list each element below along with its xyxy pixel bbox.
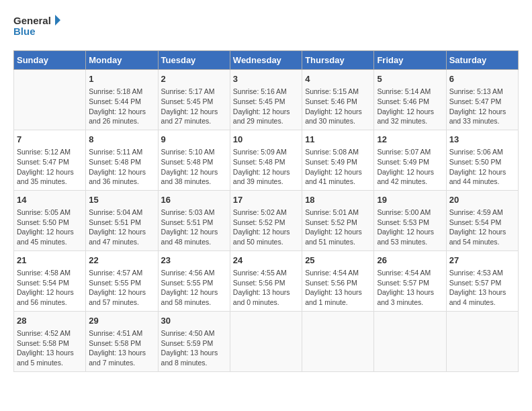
- day-number: 9: [161, 134, 227, 146]
- day-number: 24: [233, 255, 299, 267]
- day-info: Sunrise: 4:54 AM Sunset: 5:57 PM Dayligh…: [377, 268, 443, 308]
- day-info: Sunrise: 5:14 AM Sunset: 5:46 PM Dayligh…: [377, 87, 443, 126]
- logo: General Blue: [13, 13, 60, 44]
- day-cell: [446, 311, 518, 371]
- day-info: Sunrise: 5:08 AM Sunset: 5:49 PM Dayligh…: [305, 147, 371, 187]
- day-number: 30: [161, 315, 227, 327]
- day-info: Sunrise: 5:00 AM Sunset: 5:53 PM Dayligh…: [377, 208, 443, 247]
- day-cell: 26Sunrise: 4:54 AM Sunset: 5:57 PM Dayli…: [374, 250, 446, 311]
- day-cell: 10Sunrise: 5:09 AM Sunset: 5:48 PM Dayli…: [230, 130, 302, 190]
- day-info: Sunrise: 4:56 AM Sunset: 5:55 PM Dayligh…: [161, 268, 227, 308]
- day-info: Sunrise: 5:18 AM Sunset: 5:44 PM Dayligh…: [89, 87, 154, 126]
- day-cell: 1Sunrise: 5:18 AM Sunset: 5:44 PM Daylig…: [86, 70, 158, 130]
- column-header-sunday: Sunday: [14, 51, 86, 70]
- day-cell: 8Sunrise: 5:11 AM Sunset: 5:48 PM Daylig…: [86, 130, 158, 190]
- day-number: 14: [17, 194, 83, 206]
- day-cell: 14Sunrise: 5:05 AM Sunset: 5:50 PM Dayli…: [14, 190, 86, 250]
- day-cell: 2Sunrise: 5:17 AM Sunset: 5:45 PM Daylig…: [158, 70, 230, 130]
- day-cell: 24Sunrise: 4:55 AM Sunset: 5:56 PM Dayli…: [230, 250, 302, 311]
- day-cell: 28Sunrise: 4:52 AM Sunset: 5:58 PM Dayli…: [14, 311, 86, 371]
- column-header-wednesday: Wednesday: [230, 51, 302, 70]
- day-cell: 21Sunrise: 4:58 AM Sunset: 5:54 PM Dayli…: [14, 250, 86, 311]
- svg-marker-2: [55, 15, 60, 26]
- day-info: Sunrise: 5:13 AM Sunset: 5:47 PM Dayligh…: [449, 87, 515, 126]
- day-cell: [302, 311, 374, 371]
- day-info: Sunrise: 4:51 AM Sunset: 5:58 PM Dayligh…: [89, 328, 154, 368]
- day-info: Sunrise: 4:58 AM Sunset: 5:54 PM Dayligh…: [17, 268, 83, 308]
- calendar-table: SundayMondayTuesdayWednesdayThursdayFrid…: [13, 50, 519, 372]
- day-cell: 16Sunrise: 5:03 AM Sunset: 5:51 PM Dayli…: [158, 190, 230, 250]
- day-info: Sunrise: 5:16 AM Sunset: 5:45 PM Dayligh…: [233, 87, 299, 126]
- day-number: 6: [449, 73, 515, 85]
- day-info: Sunrise: 4:53 AM Sunset: 5:57 PM Dayligh…: [449, 268, 515, 308]
- day-number: 11: [305, 134, 371, 146]
- day-cell: 7Sunrise: 5:12 AM Sunset: 5:47 PM Daylig…: [14, 130, 86, 190]
- day-number: 5: [377, 73, 443, 85]
- week-row-1: 1Sunrise: 5:18 AM Sunset: 5:44 PM Daylig…: [14, 70, 519, 130]
- day-number: 16: [161, 194, 227, 206]
- column-header-friday: Friday: [374, 51, 446, 70]
- day-number: 25: [305, 255, 371, 267]
- day-cell: 13Sunrise: 5:06 AM Sunset: 5:50 PM Dayli…: [446, 130, 518, 190]
- day-info: Sunrise: 4:54 AM Sunset: 5:56 PM Dayligh…: [305, 268, 371, 308]
- day-number: 21: [17, 255, 83, 267]
- day-cell: 4Sunrise: 5:15 AM Sunset: 5:46 PM Daylig…: [302, 70, 374, 130]
- day-number: 19: [377, 194, 443, 206]
- day-number: 10: [233, 134, 299, 146]
- day-number: 13: [449, 134, 515, 146]
- day-number: 7: [17, 134, 83, 146]
- day-info: Sunrise: 4:57 AM Sunset: 5:55 PM Dayligh…: [89, 268, 154, 308]
- day-number: 1: [89, 73, 154, 85]
- day-cell: [230, 311, 302, 371]
- column-headers: SundayMondayTuesdayWednesdayThursdayFrid…: [14, 51, 519, 70]
- day-number: 22: [89, 255, 154, 267]
- column-header-thursday: Thursday: [302, 51, 374, 70]
- column-header-tuesday: Tuesday: [158, 51, 230, 70]
- day-cell: 29Sunrise: 4:51 AM Sunset: 5:58 PM Dayli…: [86, 311, 158, 371]
- day-info: Sunrise: 5:17 AM Sunset: 5:45 PM Dayligh…: [161, 87, 227, 126]
- day-number: 3: [233, 73, 299, 85]
- day-number: 29: [89, 315, 154, 327]
- day-info: Sunrise: 4:55 AM Sunset: 5:56 PM Dayligh…: [233, 268, 299, 308]
- day-info: Sunrise: 4:50 AM Sunset: 5:59 PM Dayligh…: [161, 328, 227, 368]
- day-info: Sunrise: 5:10 AM Sunset: 5:48 PM Dayligh…: [161, 147, 227, 187]
- day-info: Sunrise: 5:07 AM Sunset: 5:49 PM Dayligh…: [377, 147, 443, 187]
- week-row-3: 14Sunrise: 5:05 AM Sunset: 5:50 PM Dayli…: [14, 190, 519, 250]
- day-number: 12: [377, 134, 443, 146]
- day-cell: [374, 311, 446, 371]
- day-number: 18: [305, 194, 371, 206]
- day-info: Sunrise: 5:04 AM Sunset: 5:51 PM Dayligh…: [89, 208, 154, 247]
- day-info: Sunrise: 5:09 AM Sunset: 5:48 PM Dayligh…: [233, 147, 299, 187]
- week-row-4: 21Sunrise: 4:58 AM Sunset: 5:54 PM Dayli…: [14, 250, 519, 311]
- day-info: Sunrise: 4:52 AM Sunset: 5:58 PM Dayligh…: [17, 328, 83, 368]
- day-info: Sunrise: 5:03 AM Sunset: 5:51 PM Dayligh…: [161, 208, 227, 247]
- day-info: Sunrise: 5:11 AM Sunset: 5:48 PM Dayligh…: [89, 147, 154, 187]
- day-cell: 19Sunrise: 5:00 AM Sunset: 5:53 PM Dayli…: [374, 190, 446, 250]
- day-cell: [14, 70, 86, 130]
- day-number: 2: [161, 73, 227, 85]
- day-number: 17: [233, 194, 299, 206]
- day-info: Sunrise: 5:05 AM Sunset: 5:50 PM Dayligh…: [17, 208, 83, 247]
- header: General Blue: [13, 13, 519, 44]
- day-cell: 27Sunrise: 4:53 AM Sunset: 5:57 PM Dayli…: [446, 250, 518, 311]
- day-cell: 5Sunrise: 5:14 AM Sunset: 5:46 PM Daylig…: [374, 70, 446, 130]
- day-info: Sunrise: 5:02 AM Sunset: 5:52 PM Dayligh…: [233, 208, 299, 247]
- day-info: Sunrise: 5:12 AM Sunset: 5:47 PM Dayligh…: [17, 147, 83, 187]
- svg-text:General: General: [13, 15, 51, 26]
- day-cell: 11Sunrise: 5:08 AM Sunset: 5:49 PM Dayli…: [302, 130, 374, 190]
- day-info: Sunrise: 5:01 AM Sunset: 5:52 PM Dayligh…: [305, 208, 371, 247]
- day-cell: 9Sunrise: 5:10 AM Sunset: 5:48 PM Daylig…: [158, 130, 230, 190]
- day-cell: 17Sunrise: 5:02 AM Sunset: 5:52 PM Dayli…: [230, 190, 302, 250]
- svg-text:Blue: Blue: [13, 26, 36, 37]
- column-header-monday: Monday: [86, 51, 158, 70]
- column-header-saturday: Saturday: [446, 51, 518, 70]
- day-number: 4: [305, 73, 371, 85]
- day-cell: 22Sunrise: 4:57 AM Sunset: 5:55 PM Dayli…: [86, 250, 158, 311]
- day-cell: 23Sunrise: 4:56 AM Sunset: 5:55 PM Dayli…: [158, 250, 230, 311]
- day-cell: 25Sunrise: 4:54 AM Sunset: 5:56 PM Dayli…: [302, 250, 374, 311]
- day-number: 15: [89, 194, 154, 206]
- day-cell: 3Sunrise: 5:16 AM Sunset: 5:45 PM Daylig…: [230, 70, 302, 130]
- week-row-2: 7Sunrise: 5:12 AM Sunset: 5:47 PM Daylig…: [14, 130, 519, 190]
- day-number: 23: [161, 255, 227, 267]
- day-info: Sunrise: 4:59 AM Sunset: 5:54 PM Dayligh…: [449, 208, 515, 247]
